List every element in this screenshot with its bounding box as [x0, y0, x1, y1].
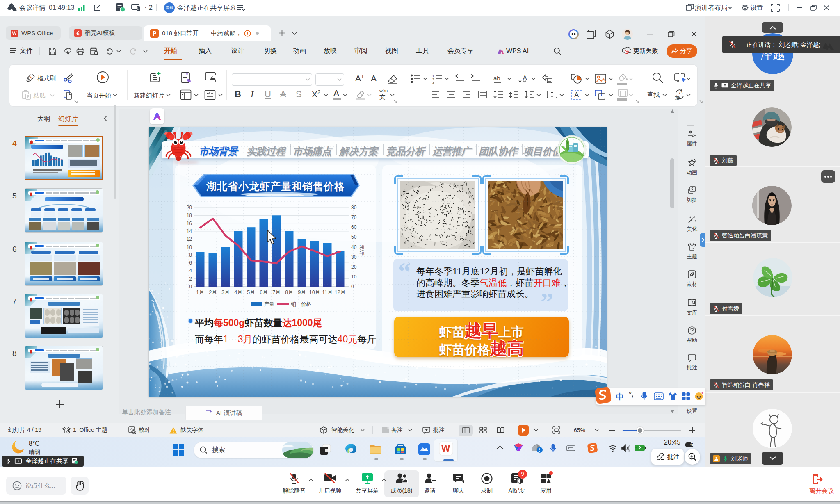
svg-text:1月: 1月 — [196, 290, 204, 295]
svg-text:50: 50 — [351, 234, 357, 240]
svg-text:A: A — [523, 74, 527, 81]
svg-text:7月: 7月 — [272, 290, 280, 295]
svg-text:4月: 4月 — [234, 290, 242, 295]
svg-text:元/斤: 元/斤 — [359, 244, 365, 255]
svg-text:40: 40 — [351, 244, 357, 250]
svg-text:10: 10 — [351, 274, 357, 280]
svg-text:16: 16 — [187, 221, 192, 226]
svg-text:20: 20 — [187, 205, 192, 210]
svg-text:销 价格: 销 价格 — [291, 301, 311, 307]
svg-text:6月: 6月 — [260, 290, 267, 295]
svg-text:文: 文 — [675, 95, 680, 100]
svg-text:3月: 3月 — [221, 290, 229, 295]
svg-text:9月: 9月 — [298, 290, 306, 295]
svg-text:2: 2 — [189, 276, 192, 282]
svg-text:Z: Z — [690, 442, 693, 448]
svg-text:产量: 产量 — [264, 301, 274, 307]
svg-text:2月: 2月 — [209, 290, 217, 295]
svg-text:8月: 8月 — [285, 290, 293, 295]
svg-text:A: A — [679, 89, 682, 95]
svg-text:18: 18 — [187, 212, 192, 218]
svg-text:6: 6 — [189, 260, 192, 266]
svg-text:4: 4 — [189, 268, 192, 274]
svg-text:10月: 10月 — [309, 290, 320, 295]
svg-text:ab: ab — [493, 75, 500, 82]
svg-text:12月: 12月 — [335, 290, 345, 295]
svg-text:i: i — [76, 461, 76, 463]
svg-text:10: 10 — [187, 244, 192, 250]
svg-text:12: 12 — [187, 236, 192, 242]
svg-text:8: 8 — [189, 252, 192, 258]
svg-text:0: 0 — [351, 284, 354, 290]
svg-text:5月: 5月 — [247, 290, 255, 295]
svg-text:11月: 11月 — [322, 290, 332, 295]
svg-text:60: 60 — [351, 224, 357, 230]
svg-text:80: 80 — [351, 205, 357, 210]
svg-text:30: 30 — [351, 254, 357, 260]
svg-text:20: 20 — [351, 264, 357, 270]
svg-text:3: 3 — [432, 81, 434, 84]
svg-text:A: A — [574, 91, 579, 99]
svg-text:70: 70 — [351, 214, 357, 220]
svg-text:14: 14 — [187, 228, 192, 234]
svg-text:0: 0 — [189, 284, 192, 290]
